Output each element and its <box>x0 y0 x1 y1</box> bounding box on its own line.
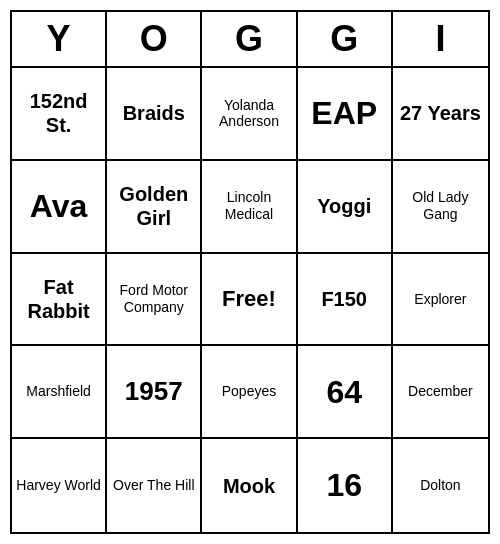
grid-cell: Yoggi <box>298 161 393 254</box>
grid-cell: 1957 <box>107 346 202 439</box>
grid-cell: Ford Motor Company <box>107 254 202 347</box>
grid-cell: Fat Rabbit <box>12 254 107 347</box>
grid-cell: 64 <box>298 346 393 439</box>
grid-cell: EAP <box>298 68 393 161</box>
header-letter: G <box>202 12 297 66</box>
grid-cell: Explorer <box>393 254 488 347</box>
grid-cell: Over The Hill <box>107 439 202 532</box>
grid-cell: 27 Years <box>393 68 488 161</box>
bingo-grid: 152nd St.BraidsYolanda AndersonEAP27 Yea… <box>12 68 488 532</box>
grid-cell: Braids <box>107 68 202 161</box>
header-letter: O <box>107 12 202 66</box>
grid-cell: Marshfield <box>12 346 107 439</box>
grid-cell: December <box>393 346 488 439</box>
grid-cell: Old Lady Gang <box>393 161 488 254</box>
grid-cell: Lincoln Medical <box>202 161 297 254</box>
header-letter: I <box>393 12 488 66</box>
header-letter: Y <box>12 12 107 66</box>
grid-cell: Harvey World <box>12 439 107 532</box>
bingo-header: YOGGI <box>12 12 488 68</box>
grid-cell: Ava <box>12 161 107 254</box>
bingo-card: YOGGI 152nd St.BraidsYolanda AndersonEAP… <box>10 10 490 534</box>
grid-cell: F150 <box>298 254 393 347</box>
grid-cell: Mook <box>202 439 297 532</box>
grid-cell: Yolanda Anderson <box>202 68 297 161</box>
grid-cell: 152nd St. <box>12 68 107 161</box>
grid-cell: Free! <box>202 254 297 347</box>
header-letter: G <box>298 12 393 66</box>
grid-cell: Golden Girl <box>107 161 202 254</box>
grid-cell: Dolton <box>393 439 488 532</box>
grid-cell: 16 <box>298 439 393 532</box>
grid-cell: Popeyes <box>202 346 297 439</box>
